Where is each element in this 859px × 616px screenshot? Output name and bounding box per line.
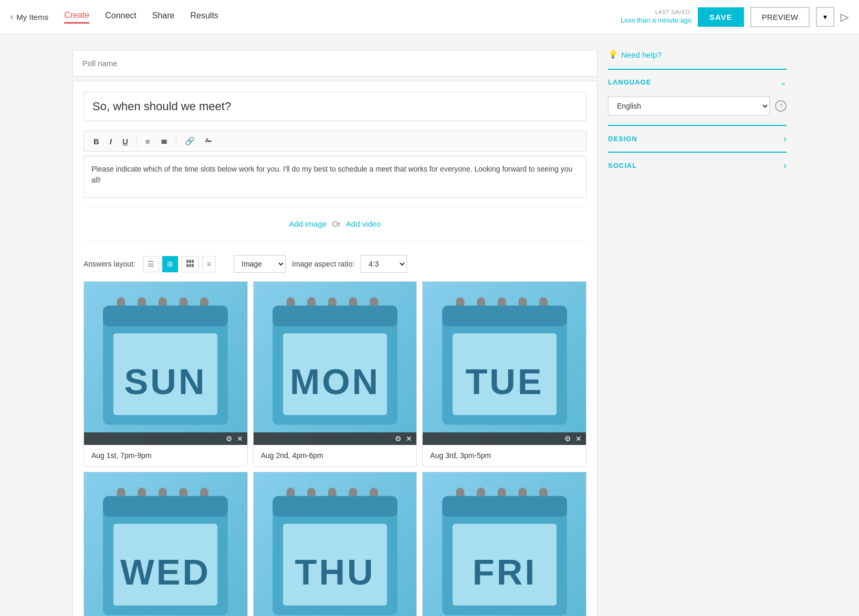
answer-card: ✕ TUE [422, 281, 586, 466]
social-section-header[interactable]: SOCIAL › [608, 153, 787, 176]
answer-image-wrap: ✕ THU [254, 472, 417, 616]
layout-list-btn[interactable]: ☰ [143, 256, 159, 272]
answer-text: Aug 3rd, 3pm-5pm [423, 445, 586, 466]
main-layout: B I U ≡ ≣ 🔗 ✁ Please indicate which of t… [62, 34, 797, 616]
right-sidebar: 💡 Need help? LANGUAGE ⌄ English Spanish … [608, 50, 787, 616]
poll-name-input[interactable] [72, 50, 598, 77]
svg-rect-3 [186, 264, 188, 267]
last-saved-label: LAST SAVED: [621, 9, 692, 15]
svg-rect-21 [273, 306, 397, 327]
description-area[interactable]: Please indicate which of the time slots … [83, 156, 586, 198]
card-remove-icon[interactable]: ✕ [575, 434, 582, 443]
cursor-button[interactable]: ▷ [841, 10, 848, 23]
svg-rect-30 [442, 306, 567, 327]
social-section: SOCIAL › [608, 152, 787, 176]
image-type-select[interactable]: Image Text Color [234, 255, 286, 273]
ordered-list-button[interactable]: ≣ [156, 134, 172, 148]
calendar-svg: THU [266, 484, 404, 616]
bulb-icon: 💡 [608, 50, 618, 59]
language-select[interactable]: English Spanish French German Portuguese [608, 97, 770, 115]
top-nav: ‹ My Items Create Connect Share Results … [0, 0, 859, 34]
svg-text:WED: WED [120, 552, 211, 592]
svg-text:THU: THU [295, 552, 375, 592]
answer-image-wrap: ✕ FRI [423, 472, 586, 616]
social-chevron-icon: › [783, 160, 787, 171]
answer-card: ✕ SUN [83, 281, 248, 466]
card-remove-icon[interactable]: ✕ [237, 434, 243, 443]
svg-rect-48 [273, 496, 397, 517]
question-input[interactable] [83, 92, 586, 121]
link-button[interactable]: 🔗 [181, 134, 199, 148]
editor-area: B I U ≡ ≣ 🔗 ✁ Please indicate which of t… [72, 50, 598, 616]
aspect-ratio-select[interactable]: 4:3 16:9 1:1 3:4 [361, 255, 407, 273]
last-saved-info: LAST SAVED: Less than a minute ago [621, 9, 692, 25]
answer-text: Aug 2nd, 4pm-6pm [254, 445, 417, 466]
calendar-image: FRI [423, 472, 586, 616]
svg-text:FRI: FRI [472, 552, 536, 592]
layout-grid3-btn[interactable] [181, 256, 199, 272]
card-settings-icon[interactable]: ⚙ [395, 434, 402, 443]
answer-image-wrap: ✕ MON [254, 282, 417, 445]
card-action-bar: ⚙ ✕ [254, 432, 417, 445]
calendar-svg: WED [96, 484, 235, 616]
language-section-header[interactable]: LANGUAGE ⌄ [608, 70, 787, 92]
grid3-icon [186, 259, 194, 268]
svg-rect-0 [186, 260, 188, 263]
card-action-bar: ⚙ ✕ [84, 432, 247, 445]
underline-button[interactable]: U [118, 135, 132, 148]
calendar-image: MON [254, 282, 417, 445]
back-link[interactable]: ‹ My Items [11, 12, 48, 22]
bold-button[interactable]: B [89, 135, 103, 148]
layout-grid2-btn[interactable]: ⊞ [162, 256, 178, 272]
toolbar-separator-1 [137, 136, 137, 146]
answers-grid: ✕ SUN [83, 281, 586, 616]
nav-create[interactable]: Create [64, 10, 89, 24]
cursor-icon: ▷ [841, 11, 848, 23]
unordered-list-button[interactable]: ≡ [141, 135, 154, 148]
nav-share[interactable]: Share [152, 11, 175, 23]
social-section-title: SOCIAL [608, 162, 637, 169]
svg-rect-5 [192, 264, 194, 267]
add-video-link[interactable]: Add video [346, 219, 381, 228]
unlink-button[interactable]: ✁ [201, 134, 216, 148]
svg-text:TUE: TUE [465, 362, 543, 402]
answer-card: ✕ MON [253, 281, 417, 466]
answers-layout-label: Answers layout: [83, 260, 135, 268]
language-section: LANGUAGE ⌄ English Spanish French German… [608, 69, 787, 123]
last-saved-time: Less than a minute ago [621, 16, 692, 24]
language-help-icon[interactable]: ? [775, 100, 787, 112]
language-chevron-icon: ⌄ [780, 77, 787, 87]
answer-image-wrap: ✕ TUE [423, 282, 586, 445]
answer-image-wrap: ✕ WED [84, 472, 247, 616]
calendar-svg: FRI [435, 484, 574, 616]
editor-card: B I U ≡ ≣ 🔗 ✁ Please indicate which of t… [72, 81, 598, 616]
svg-text:MON: MON [290, 362, 380, 402]
design-section-header[interactable]: DESIGN › [608, 126, 787, 150]
design-chevron-icon: › [783, 133, 787, 144]
toolbar-separator-2 [176, 136, 176, 146]
back-arrow-icon: ‹ [11, 12, 13, 22]
need-help-link[interactable]: 💡 Need help? [608, 50, 787, 59]
svg-rect-2 [192, 260, 194, 263]
need-help-label: Need help? [621, 50, 662, 59]
formatting-toolbar: B I U ≡ ≣ 🔗 ✁ [83, 131, 586, 152]
add-image-link[interactable]: Add image [289, 219, 327, 228]
answer-text: Aug 1st, 7pm-9pm [84, 445, 247, 466]
layout-compact-btn[interactable]: ≡ [202, 256, 216, 272]
language-select-wrap: English Spanish French German Portuguese… [608, 92, 787, 123]
dropdown-button[interactable]: ▾ [816, 7, 834, 27]
svg-rect-39 [103, 496, 228, 517]
or-label: Or [332, 219, 341, 228]
italic-button[interactable]: I [106, 135, 116, 148]
back-label: My Items [16, 13, 48, 22]
nav-results[interactable]: Results [191, 11, 218, 23]
dropdown-arrow-icon: ▾ [823, 13, 827, 21]
card-settings-icon[interactable]: ⚙ [226, 434, 233, 443]
nav-connect[interactable]: Connect [105, 11, 137, 23]
card-settings-icon[interactable]: ⚙ [564, 434, 571, 443]
save-button[interactable]: SAVE [698, 7, 744, 27]
card-remove-icon[interactable]: ✕ [406, 434, 412, 443]
media-row: Add image Or Add video [83, 206, 586, 241]
aspect-ratio-label: Image aspect ratio: [292, 260, 354, 268]
preview-button[interactable]: PREVIEW [750, 7, 810, 27]
